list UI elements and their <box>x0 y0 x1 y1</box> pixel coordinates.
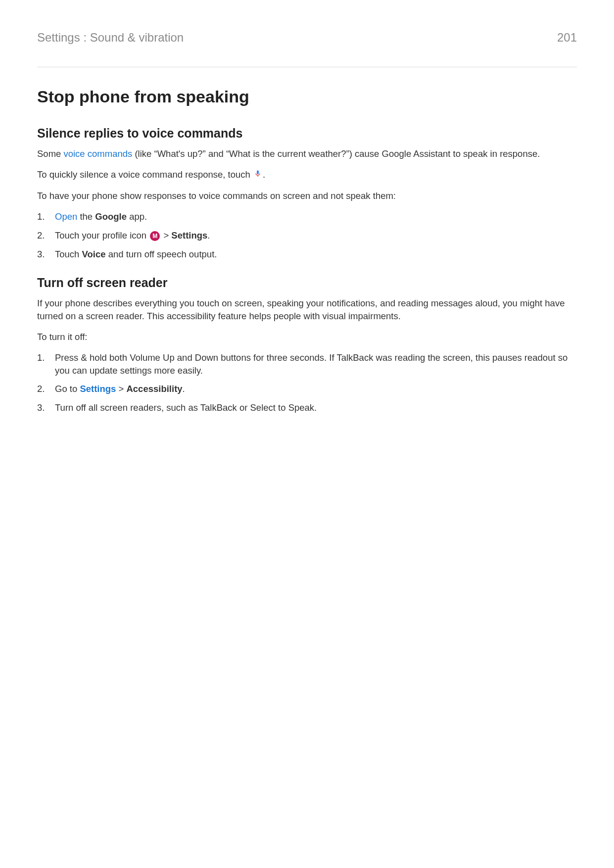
page-number: 201 <box>557 31 577 45</box>
page-header: Settings : Sound & vibration 201 <box>37 31 577 67</box>
steps-list-screen-reader: Press & hold both Volume Up and Down but… <box>37 351 577 415</box>
microphone-icon <box>254 169 262 182</box>
profile-icon: M <box>150 231 160 241</box>
list-item: Touch Voice and turn off speech output. <box>37 248 577 261</box>
link-open[interactable]: Open <box>55 211 77 222</box>
paragraph: To turn it off: <box>37 331 577 343</box>
page-title: Stop phone from speaking <box>37 87 577 106</box>
paragraph: If your phone describes everything you t… <box>37 297 577 323</box>
steps-list-silence: Open the Google app. Touch your profile … <box>37 210 577 261</box>
link-voice-commands[interactable]: voice commands <box>63 148 132 159</box>
list-item: Open the Google app. <box>37 210 577 223</box>
paragraph: To quickly silence a voice command respo… <box>37 168 577 182</box>
breadcrumb: Settings : Sound & vibration <box>37 31 184 45</box>
list-item: Go to Settings > Accessibility. <box>37 383 577 395</box>
paragraph: To have your phone show responses to voi… <box>37 190 577 202</box>
paragraph: Some voice commands (like “What's up?” a… <box>37 147 577 160</box>
list-item: Touch your profile icon M > Settings. <box>37 229 577 242</box>
link-settings[interactable]: Settings <box>80 384 116 394</box>
list-item: Turn off all screen readers, such as Tal… <box>37 401 577 414</box>
section-heading-screen-reader: Turn off screen reader <box>37 276 577 290</box>
list-item: Press & hold both Volume Up and Down but… <box>37 351 577 377</box>
section-heading-silence: Silence replies to voice commands <box>37 126 577 141</box>
